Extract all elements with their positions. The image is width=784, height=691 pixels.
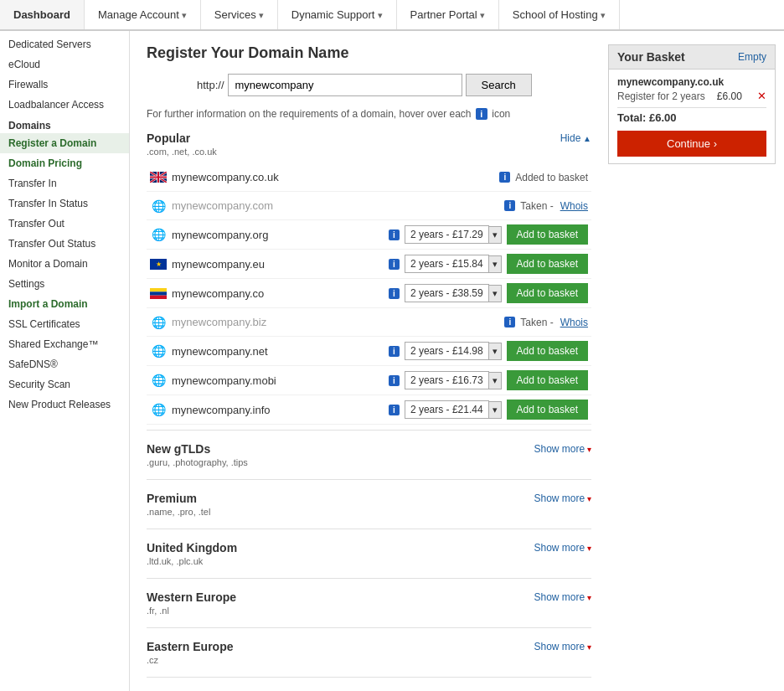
add-to-basket-button[interactable]: Add to basket: [507, 341, 588, 361]
category-sections: New gTLDs Show more .guru, .photography,…: [147, 442, 591, 691]
domain-flag: [150, 287, 167, 299]
category-section: Western Europe Show more .fr, .nl: [147, 590, 591, 628]
domain-row: 🌐mynewcompany.bizi Taken - Whois: [147, 308, 591, 337]
svg-rect-4: [150, 291, 167, 295]
price-text: 2 years - £16.73: [405, 371, 489, 389]
info-icon[interactable]: i: [504, 200, 515, 211]
info-icon[interactable]: i: [389, 229, 400, 240]
category-title: Premium: [147, 492, 197, 505]
price-text: 2 years - £15.84: [405, 255, 489, 273]
sidebar-item-loadbalancer[interactable]: Loadbalancer Access: [0, 95, 129, 115]
nav-manage-account[interactable]: Manage Account: [85, 0, 201, 29]
whois-link[interactable]: Whois: [560, 200, 588, 212]
category-header: United Kingdom Show more: [147, 541, 591, 554]
sidebar-item-import-domain[interactable]: Import a Domain: [0, 294, 129, 314]
price-dropdown[interactable]: ▾: [489, 343, 502, 360]
basket-price: £6.00: [717, 90, 742, 102]
sidebar-item-ssl[interactable]: SSL Certificates: [0, 314, 129, 334]
basket-remove-button[interactable]: ✕: [757, 90, 766, 102]
show-more-toggle[interactable]: Show more: [534, 591, 591, 603]
add-to-basket-button[interactable]: Add to basket: [507, 224, 588, 245]
info-icon[interactable]: i: [389, 375, 400, 386]
sidebar-item-firewalls[interactable]: Firewalls: [0, 75, 129, 95]
nav-partner-portal[interactable]: Partner Portal: [397, 0, 499, 29]
domain-flag: 🌐: [150, 374, 167, 386]
price-selector: 2 years - £16.73 ▾: [405, 371, 502, 389]
add-to-basket-button[interactable]: Add to basket: [507, 254, 588, 274]
sidebar: Dedicated Servers eCloud Firewalls Loadb…: [0, 31, 130, 691]
domain-row: 🌐mynewcompany.orgi 2 years - £17.29 ▾ Ad…: [147, 220, 591, 250]
category-subtitle: .fr, .nl: [147, 606, 591, 616]
domain-flag: 🌐: [150, 200, 167, 212]
basket-total: Total: £6.00: [617, 107, 766, 124]
sidebar-item-transfer-out-status[interactable]: Transfer Out Status: [0, 234, 129, 254]
sidebar-item-ecloud[interactable]: eCloud: [0, 54, 129, 75]
sidebar-item-domain-pricing[interactable]: Domain Pricing: [0, 153, 129, 173]
search-button[interactable]: Search: [466, 74, 532, 96]
whois-link[interactable]: Whois: [560, 317, 588, 328]
sidebar-item-new-product-releases[interactable]: New Product Releases: [0, 394, 129, 415]
price-dropdown[interactable]: ▾: [489, 372, 502, 389]
continue-button[interactable]: Continue: [617, 131, 766, 157]
show-more-toggle[interactable]: Show more: [534, 492, 591, 504]
popular-domain-list: mynewcompany.co.uki Added to basket🌐myne…: [147, 163, 591, 425]
info-icon[interactable]: i: [499, 172, 510, 183]
sidebar-item-safedns[interactable]: SafeDNS®: [0, 354, 129, 374]
show-more-toggle[interactable]: Show more: [534, 641, 591, 652]
sidebar-item-transfer-in[interactable]: Transfer In: [0, 173, 129, 193]
price-dropdown[interactable]: ▾: [489, 401, 502, 419]
add-to-basket-button[interactable]: Add to basket: [507, 283, 588, 303]
info-icon[interactable]: i: [389, 288, 400, 299]
sidebar-item-transfer-in-status[interactable]: Transfer In Status: [0, 193, 129, 214]
sidebar-item-transfer-out[interactable]: Transfer Out: [0, 214, 129, 234]
show-more-label: Show more: [534, 542, 585, 554]
sidebar-item-monitor-domain[interactable]: Monitor a Domain: [0, 254, 129, 274]
main-content: Register Your Domain Name http:// Search…: [130, 31, 608, 691]
search-input[interactable]: [228, 74, 462, 96]
domain-name: mynewcompany.biz: [172, 316, 504, 328]
domain-taken-text: Taken -: [520, 200, 553, 212]
category-title: New gTLDs: [147, 442, 210, 456]
category-header: New gTLDs Show more: [147, 442, 591, 456]
show-more-toggle[interactable]: Show more: [534, 443, 591, 455]
basket-panel: Your Basket Empty mynewcompany.co.uk Reg…: [608, 44, 776, 164]
category-title: Eastern Europe: [147, 640, 233, 653]
nav-dashboard[interactable]: Dashboard: [0, 0, 85, 29]
globe-icon: 🌐: [152, 228, 166, 241]
price-dropdown[interactable]: ▾: [489, 285, 502, 302]
show-more-toggle[interactable]: Show more: [534, 542, 591, 554]
sidebar-item-security-scan[interactable]: Security Scan: [0, 374, 129, 394]
domain-name: mynewcompany.info: [172, 404, 389, 416]
category-title: Western Europe: [147, 590, 236, 604]
info-icon[interactable]: i: [389, 259, 400, 270]
basket-header: Your Basket Empty: [608, 44, 776, 70]
globe-icon: 🌐: [152, 344, 166, 358]
add-to-basket-button[interactable]: Add to basket: [507, 400, 588, 420]
info-icon[interactable]: i: [389, 346, 400, 357]
chevron-down-icon: [585, 443, 591, 455]
globe-icon: 🌐: [152, 316, 166, 329]
sidebar-item-dedicated-servers[interactable]: Dedicated Servers: [0, 34, 129, 54]
price-selector: 2 years - £14.98 ▾: [405, 342, 502, 360]
basket-empty-button[interactable]: Empty: [738, 51, 766, 63]
domain-name: mynewcompany.eu: [172, 258, 389, 271]
add-to-basket-button[interactable]: Add to basket: [507, 370, 588, 390]
nav-school-of-hosting[interactable]: School of Hosting: [499, 0, 620, 29]
chevron-down-icon: [585, 542, 591, 554]
sidebar-item-shared-exchange[interactable]: Shared Exchange™: [0, 334, 129, 354]
sidebar-item-register-domain[interactable]: Register a Domain: [0, 133, 129, 153]
category-subtitle: .cz: [147, 655, 591, 665]
page-title: Register Your Domain Name: [147, 44, 591, 62]
arrow-up-icon: [580, 132, 591, 144]
price-dropdown[interactable]: ▾: [489, 255, 502, 273]
nav-dynamic-support[interactable]: Dynamic Support: [278, 0, 397, 29]
info-icon[interactable]: i: [389, 405, 400, 415]
info-icon[interactable]: i: [504, 317, 515, 327]
info-icon: i: [476, 108, 487, 120]
sidebar-item-settings[interactable]: Settings: [0, 274, 129, 294]
popular-toggle[interactable]: Hide: [560, 132, 591, 144]
domain-row: mynewcompany.coi 2 years - £38.59 ▾ Add …: [147, 279, 591, 308]
nav-services[interactable]: Services: [201, 0, 278, 29]
category-header: Premium Show more: [147, 492, 591, 505]
price-dropdown[interactable]: ▾: [489, 226, 502, 244]
